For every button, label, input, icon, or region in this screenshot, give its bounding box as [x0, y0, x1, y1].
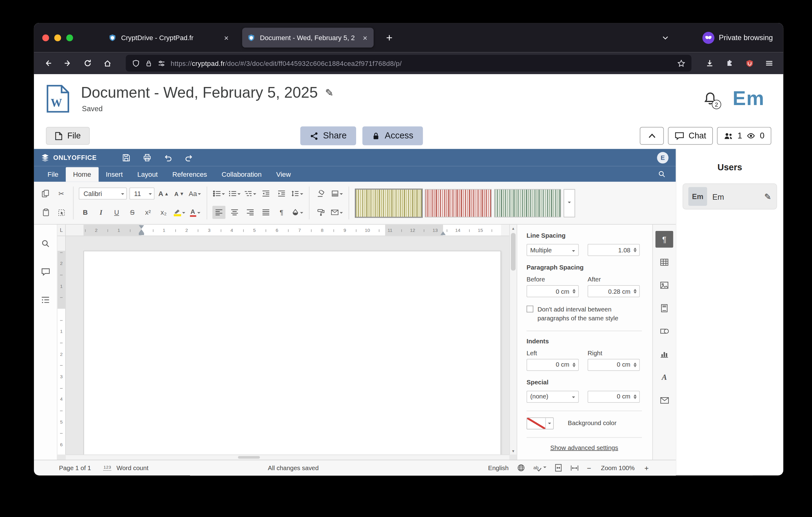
horizontal-scroll-thumb[interactable]	[238, 456, 260, 459]
borders-icon[interactable]	[330, 187, 344, 200]
bookmark-star-icon[interactable]	[677, 59, 685, 67]
indent-right-spinner[interactable]: 0 cm	[588, 359, 640, 371]
menu-button[interactable]	[760, 55, 778, 72]
justify-button[interactable]	[259, 206, 272, 219]
maximize-window-button[interactable]	[66, 34, 73, 41]
indent-left-spinner[interactable]: 0 cm	[526, 359, 579, 371]
menu-tab-insert[interactable]: Insert	[98, 167, 130, 182]
fit-page-icon[interactable]	[554, 464, 562, 472]
first-line-indent-marker[interactable]	[139, 225, 144, 229]
image-settings-icon[interactable]	[655, 277, 673, 294]
decrease-indent-icon[interactable]	[259, 187, 272, 200]
menu-tab-view[interactable]: View	[269, 167, 298, 182]
left-indent-box-marker[interactable]	[139, 233, 144, 235]
tab-cryptdrive[interactable]: CryptDrive - CryptPad.fr ×	[104, 28, 235, 48]
numbered-list-icon[interactable]	[228, 187, 241, 200]
clear-style-icon[interactable]	[315, 187, 328, 200]
background-color-swatch[interactable]	[526, 417, 554, 429]
paste-icon[interactable]	[39, 206, 52, 219]
tracking-shield-icon[interactable]	[132, 59, 140, 67]
align-left-button[interactable]	[212, 206, 226, 219]
back-button[interactable]	[39, 55, 57, 72]
document-page[interactable]	[84, 251, 501, 455]
right-indent-marker[interactable]	[441, 232, 446, 235]
checkbox-box[interactable]	[526, 306, 533, 312]
line-spacing-amount-spinner[interactable]: 1.08	[588, 244, 640, 256]
find-icon[interactable]	[38, 236, 53, 251]
increase-indent-icon[interactable]	[275, 187, 288, 200]
print-button[interactable]	[140, 151, 155, 164]
tab-list-chevron-icon[interactable]	[662, 34, 669, 42]
font-color-button[interactable]: A	[188, 206, 202, 219]
url-bar[interactable]: https://cryptpad.fr/doc/#/3/doc/edit/ff0…	[126, 55, 692, 72]
change-case-icon[interactable]: Aa	[188, 187, 202, 200]
scroll-up-icon[interactable]: ▲	[510, 224, 517, 232]
font-size-select[interactable]: 11	[129, 187, 154, 199]
shape-settings-icon[interactable]	[655, 323, 673, 340]
highlight-color-button[interactable]	[173, 206, 186, 219]
undo-button[interactable]	[160, 151, 176, 164]
scroll-down-icon[interactable]: ▼	[510, 447, 517, 455]
menu-tab-home[interactable]: Home	[66, 167, 98, 182]
font-name-select[interactable]: Calibri	[79, 187, 127, 199]
language-selector[interactable]: English	[488, 464, 509, 471]
no-interval-checkbox[interactable]: Don't add interval between paragraphs of…	[526, 305, 642, 323]
underline-button[interactable]: U	[110, 206, 123, 219]
zoom-in-button[interactable]: +	[644, 464, 648, 472]
save-button[interactable]	[119, 151, 134, 164]
select-all-icon[interactable]	[55, 206, 68, 219]
line-spacing-select[interactable]: Multiple	[526, 244, 579, 256]
spacing-after-spinner[interactable]: 0.28 cm	[588, 285, 640, 297]
multilevel-list-icon[interactable]	[244, 187, 257, 200]
reload-button[interactable]	[79, 55, 97, 72]
shading-icon[interactable]	[291, 206, 304, 219]
menu-tab-references[interactable]: References	[165, 167, 214, 182]
textart-settings-icon[interactable]: A	[655, 369, 673, 386]
menu-tab-collaboration[interactable]: Collaboration	[214, 167, 269, 182]
spellcheck-icon[interactable]: ab	[533, 464, 546, 471]
zoom-level[interactable]: Zoom 100%	[599, 464, 636, 471]
redo-button[interactable]	[181, 151, 197, 164]
forward-button[interactable]	[59, 55, 77, 72]
account-avatar[interactable]: Em	[733, 87, 764, 110]
downloads-button[interactable]	[701, 55, 719, 72]
advanced-settings-link[interactable]: Show advanced settings	[526, 444, 642, 451]
style-swatch-3[interactable]	[494, 189, 561, 217]
new-tab-button[interactable]: +	[381, 29, 398, 46]
fit-width-icon[interactable]	[570, 465, 579, 471]
copy-style-icon[interactable]	[315, 206, 328, 219]
presence-indicator[interactable]: 1 0	[717, 127, 771, 144]
italic-button[interactable]: I	[94, 206, 108, 219]
cut-icon[interactable]: ✂	[55, 187, 68, 200]
comments-icon[interactable]	[38, 264, 53, 279]
left-indent-marker[interactable]	[139, 229, 144, 233]
tab-document[interactable]: Document - Wed, February 5, 2 ×	[242, 28, 374, 48]
paragraph-settings-icon[interactable]: ¶	[655, 231, 673, 248]
special-indent-select[interactable]: (none)	[526, 390, 579, 403]
close-window-button[interactable]	[42, 34, 49, 41]
menu-tab-layout[interactable]: Layout	[130, 167, 165, 182]
navigation-icon[interactable]	[38, 293, 53, 307]
style-swatch-2[interactable]	[425, 189, 491, 217]
notifications-button[interactable]: 2	[703, 91, 717, 106]
mail-merge-icon[interactable]	[330, 206, 344, 219]
access-button[interactable]: Access	[362, 127, 423, 145]
styles-gallery-expand-button[interactable]	[563, 189, 575, 217]
ublock-icon[interactable]	[741, 55, 758, 72]
chart-settings-icon[interactable]	[655, 346, 673, 363]
minimize-window-button[interactable]	[54, 34, 61, 41]
increase-font-icon[interactable]: A▲	[157, 187, 170, 200]
collaborator-avatar[interactable]: E	[657, 152, 668, 163]
superscript-button[interactable]: x²	[141, 206, 154, 219]
page-indicator[interactable]: Page 1 of 1	[59, 464, 91, 471]
tab-stop-selector[interactable]: L	[58, 224, 66, 236]
vertical-scrollbar[interactable]: ▲ ▼	[510, 224, 517, 454]
paragraph-marks-icon[interactable]: ¶	[275, 206, 288, 219]
background-color-chevron[interactable]	[545, 418, 553, 429]
home-button[interactable]	[98, 55, 116, 72]
edit-title-icon[interactable]: ✎	[325, 87, 334, 99]
subscript-button[interactable]: x₂	[157, 206, 170, 219]
search-icon[interactable]	[654, 170, 669, 178]
vertical-scroll-thumb[interactable]	[511, 233, 516, 271]
globe-icon[interactable]	[517, 464, 525, 472]
